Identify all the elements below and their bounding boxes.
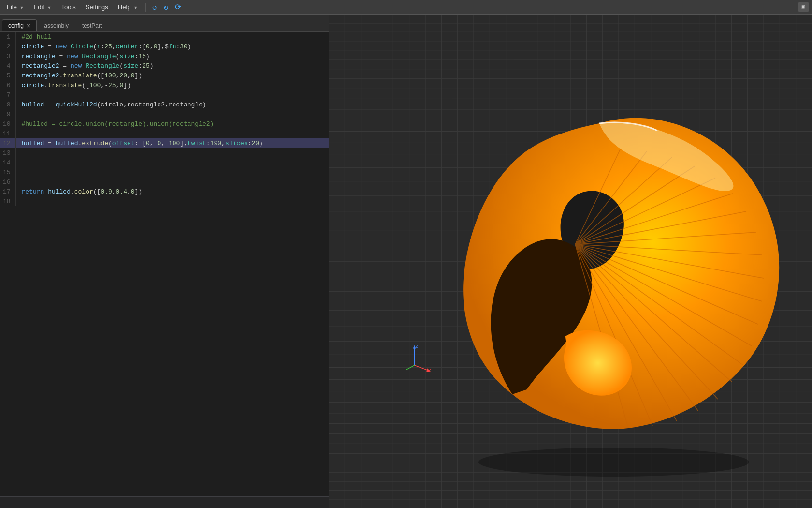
code-line-5: 5rectangle2.translate([100,20,0]) [0, 71, 329, 80]
code-line-7: 7 [0, 90, 329, 100]
line-content-3[interactable]: rectangle = new Rectangle(size:15) [15, 51, 329, 61]
undo-button[interactable]: ↺ [150, 1, 160, 13]
line-number-17: 17 [0, 187, 15, 196]
line-number-3: 3 [0, 51, 15, 61]
code-line-6: 6circle.translate([100,-25,0]) [0, 80, 329, 90]
code-line-10: 10#hulled = circle.union(rectangle).unio… [0, 119, 329, 129]
tab-config-close[interactable]: × [27, 22, 30, 29]
code-line-11: 11 [0, 129, 329, 138]
line-content-16[interactable] [15, 177, 329, 187]
view-panel[interactable]: Z X [329, 15, 812, 508]
line-number-15: 15 [0, 167, 15, 177]
line-number-13: 13 [0, 148, 15, 158]
toolbar-right: ▣ [798, 2, 809, 12]
refresh-button[interactable]: ⟳ [173, 1, 184, 13]
line-content-12[interactable]: hulled = hulled.extrude(offset: [0, 0, 1… [15, 138, 329, 148]
axis-indicator: Z X [404, 344, 433, 373]
code-line-4: 4rectangle2 = new Rectangle(size:25) [0, 61, 329, 71]
tab-config[interactable]: config × [2, 19, 37, 31]
tab-assembly-label: assembly [44, 22, 69, 29]
code-editor[interactable]: 1#2d hull2circle = new Circle(r:25,cente… [0, 32, 329, 496]
svg-line-23 [415, 365, 429, 371]
code-table: 1#2d hull2circle = new Circle(r:25,cente… [0, 32, 329, 206]
3d-shape [396, 65, 812, 501]
line-number-2: 2 [0, 42, 15, 51]
svg-line-26 [406, 365, 415, 370]
menubar: File ▼ Edit ▼ Tools Settings Help ▼ ↺ ↻ … [0, 0, 812, 15]
line-number-12: 12 [0, 138, 15, 148]
tab-bar: config × assembly testPart [0, 15, 329, 32]
line-content-1[interactable]: #2d hull [15, 32, 329, 42]
line-content-9[interactable] [15, 109, 329, 119]
code-line-14: 14 [0, 158, 329, 167]
line-number-7: 7 [0, 90, 15, 100]
line-number-6: 6 [0, 80, 15, 90]
line-content-10[interactable]: #hulled = circle.union(rectangle).union(… [15, 119, 329, 129]
tab-config-label: config [8, 22, 24, 29]
line-content-4[interactable]: rectangle2 = new Rectangle(size:25) [15, 61, 329, 71]
line-content-14[interactable] [15, 158, 329, 167]
line-content-18[interactable] [15, 196, 329, 206]
line-number-1: 1 [0, 32, 15, 42]
menu-edit[interactable]: Edit ▼ [29, 2, 55, 12]
menu-file[interactable]: File ▼ [3, 2, 28, 12]
menu-settings[interactable]: Settings [82, 2, 112, 12]
line-number-11: 11 [0, 129, 15, 138]
code-line-8: 8hulled = quickHull2d(circle,rectangle2,… [0, 100, 329, 109]
code-line-3: 3rectangle = new Rectangle(size:15) [0, 51, 329, 61]
line-number-16: 16 [0, 177, 15, 187]
shape-container [329, 15, 812, 508]
line-number-8: 8 [0, 100, 15, 109]
code-line-9: 9 [0, 109, 329, 119]
line-content-6[interactable]: circle.translate([100,-25,0]) [15, 80, 329, 90]
editor-panel: config × assembly testPart 1#2d hull2cir… [0, 15, 329, 508]
code-line-16: 16 [0, 177, 329, 187]
line-content-13[interactable] [15, 148, 329, 158]
code-line-12: 12hulled = hulled.extrude(offset: [0, 0,… [0, 138, 329, 148]
redo-button[interactable]: ↻ [161, 1, 171, 13]
line-number-14: 14 [0, 158, 15, 167]
tab-testpart-label: testPart [82, 22, 102, 29]
line-content-8[interactable]: hulled = quickHull2d(circle,rectangle2,r… [15, 100, 329, 109]
line-content-11[interactable] [15, 129, 329, 138]
line-number-9: 9 [0, 109, 15, 119]
main-area: config × assembly testPart 1#2d hull2cir… [0, 15, 812, 508]
code-line-13: 13 [0, 148, 329, 158]
menu-help[interactable]: Help ▼ [114, 2, 142, 12]
line-content-2[interactable]: circle = new Circle(r:25,center:[0,0],$f… [15, 42, 329, 51]
svg-text:Z: Z [416, 344, 418, 349]
line-number-10: 10 [0, 119, 15, 129]
line-number-18: 18 [0, 196, 15, 206]
code-line-17: 17return hulled.color([0.9,0.4,0]) [0, 187, 329, 196]
svg-text:X: X [428, 369, 431, 373]
code-line-1: 1#2d hull [0, 32, 329, 42]
line-number-5: 5 [0, 71, 15, 80]
code-line-15: 15 [0, 167, 329, 177]
line-content-7[interactable] [15, 90, 329, 100]
tab-assembly[interactable]: assembly [38, 19, 75, 31]
tab-testpart[interactable]: testPart [76, 19, 108, 31]
corner-button[interactable]: ▣ [798, 2, 809, 12]
status-bar [0, 496, 329, 508]
code-line-18: 18 [0, 196, 329, 206]
line-content-5[interactable]: rectangle2.translate([100,20,0]) [15, 71, 329, 80]
code-line-2: 2circle = new Circle(r:25,center:[0,0],$… [0, 42, 329, 51]
menu-tools[interactable]: Tools [57, 2, 79, 12]
toolbar-separator [145, 3, 146, 12]
line-number-4: 4 [0, 61, 15, 71]
line-content-15[interactable] [15, 167, 329, 177]
shape-shadow [478, 448, 749, 477]
line-content-17[interactable]: return hulled.color([0.9,0.4,0]) [15, 187, 329, 196]
